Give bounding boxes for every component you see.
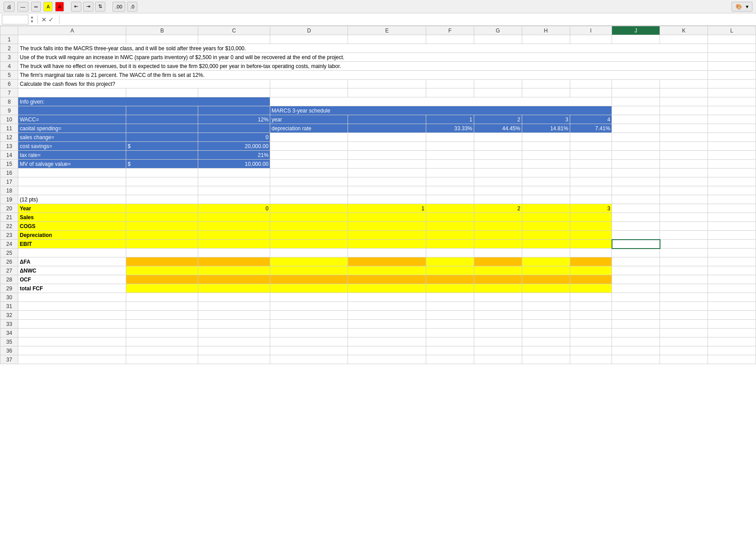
empty-cell[interactable] xyxy=(18,186,126,195)
empty-cell[interactable] xyxy=(198,302,270,311)
empty-cell[interactable] xyxy=(612,329,660,337)
cell[interactable] xyxy=(198,231,270,240)
cell[interactable] xyxy=(270,231,348,240)
col-header-b[interactable]: B xyxy=(126,26,198,35)
empty-cell[interactable] xyxy=(708,293,756,302)
cell[interactable] xyxy=(522,231,570,240)
cell[interactable] xyxy=(612,124,660,133)
cell[interactable] xyxy=(198,35,270,44)
cell[interactable] xyxy=(270,204,348,213)
empty-cell[interactable] xyxy=(198,293,270,302)
cell[interactable] xyxy=(426,160,474,169)
cell[interactable] xyxy=(474,240,522,249)
empty-cell[interactable] xyxy=(126,177,198,186)
cell[interactable] xyxy=(570,222,612,231)
cell[interactable]: 2 xyxy=(474,204,522,213)
col-header-l[interactable]: L xyxy=(708,26,756,35)
empty-cell[interactable] xyxy=(348,329,426,337)
empty-cell[interactable] xyxy=(270,302,348,311)
cell[interactable] xyxy=(474,231,522,240)
empty-cell[interactable] xyxy=(522,186,570,195)
empty-cell[interactable] xyxy=(660,329,708,337)
empty-cell[interactable] xyxy=(708,346,756,355)
empty-cell[interactable] xyxy=(198,320,270,329)
cell[interactable] xyxy=(612,142,660,151)
empty-cell[interactable] xyxy=(348,293,426,302)
empty-cell[interactable] xyxy=(126,169,198,177)
cell[interactable] xyxy=(522,151,570,160)
cell[interactable] xyxy=(126,133,198,142)
empty-cell[interactable] xyxy=(426,302,474,311)
cell[interactable] xyxy=(198,195,270,204)
cell[interactable] xyxy=(426,240,474,249)
cell[interactable] xyxy=(126,195,198,204)
cell[interactable]: 0 xyxy=(198,133,270,142)
align-left-btn[interactable]: ⇤ xyxy=(71,2,81,12)
cell[interactable] xyxy=(708,71,756,80)
cell[interactable] xyxy=(522,275,570,284)
cell[interactable] xyxy=(708,80,756,88)
empty-cell[interactable] xyxy=(348,186,426,195)
cell[interactable] xyxy=(270,222,348,231)
cell[interactable]: WACC= xyxy=(18,115,126,124)
cell[interactable] xyxy=(660,195,708,204)
cell[interactable] xyxy=(570,213,612,222)
cell[interactable] xyxy=(612,213,660,222)
col-header-c[interactable]: C xyxy=(198,26,270,35)
cell[interactable] xyxy=(660,231,708,240)
cell[interactable]: 20,000.00 xyxy=(198,142,270,151)
cell[interactable] xyxy=(126,106,198,115)
cell[interactable] xyxy=(426,195,474,204)
cell[interactable]: ΔFA xyxy=(18,257,126,266)
cell[interactable] xyxy=(474,266,522,275)
cell[interactable] xyxy=(474,151,522,160)
empty-cell[interactable] xyxy=(660,311,708,320)
empty-cell[interactable] xyxy=(612,337,660,346)
cell[interactable] xyxy=(270,142,348,151)
cell[interactable]: sales change= xyxy=(18,133,126,142)
empty-cell[interactable] xyxy=(126,88,198,97)
cell[interactable] xyxy=(348,240,426,249)
col-header-a[interactable]: A xyxy=(18,26,126,35)
empty-cell[interactable] xyxy=(270,177,348,186)
cell[interactable] xyxy=(660,204,708,213)
empty-cell[interactable] xyxy=(570,329,612,337)
empty-cell[interactable] xyxy=(522,177,570,186)
cell[interactable] xyxy=(126,124,198,133)
cell[interactable] xyxy=(126,222,198,231)
cell[interactable] xyxy=(708,124,756,133)
cell[interactable] xyxy=(270,80,348,88)
cell[interactable] xyxy=(522,284,570,293)
empty-cell[interactable] xyxy=(570,320,612,329)
cell[interactable] xyxy=(570,266,612,275)
cell[interactable] xyxy=(708,257,756,266)
cell[interactable] xyxy=(348,266,426,275)
cell[interactable] xyxy=(570,142,612,151)
empty-cell[interactable] xyxy=(474,302,522,311)
empty-cell[interactable] xyxy=(270,346,348,355)
col-header-i[interactable]: I xyxy=(570,26,612,35)
cell[interactable] xyxy=(570,231,612,240)
cell[interactable] xyxy=(474,133,522,142)
empty-cell[interactable] xyxy=(522,329,570,337)
empty-cell[interactable] xyxy=(660,346,708,355)
cell[interactable] xyxy=(612,195,660,204)
cell[interactable]: 14.81% xyxy=(522,124,570,133)
formula-input[interactable] xyxy=(63,15,754,24)
empty-cell[interactable] xyxy=(522,302,570,311)
empty-cell[interactable] xyxy=(708,302,756,311)
cell-reference-box[interactable] xyxy=(2,15,28,24)
cell[interactable] xyxy=(270,213,348,222)
empty-cell[interactable] xyxy=(198,88,270,97)
cell[interactable]: OCF xyxy=(18,275,126,284)
cell[interactable] xyxy=(708,213,756,222)
cell[interactable] xyxy=(426,222,474,231)
empty-cell[interactable] xyxy=(270,355,348,364)
cell[interactable]: year xyxy=(270,115,348,124)
empty-cell[interactable] xyxy=(708,249,756,257)
cell[interactable]: Sales xyxy=(18,213,126,222)
cell[interactable] xyxy=(612,115,660,124)
cell[interactable] xyxy=(708,160,756,169)
empty-cell[interactable] xyxy=(522,320,570,329)
cell[interactable] xyxy=(474,257,522,266)
